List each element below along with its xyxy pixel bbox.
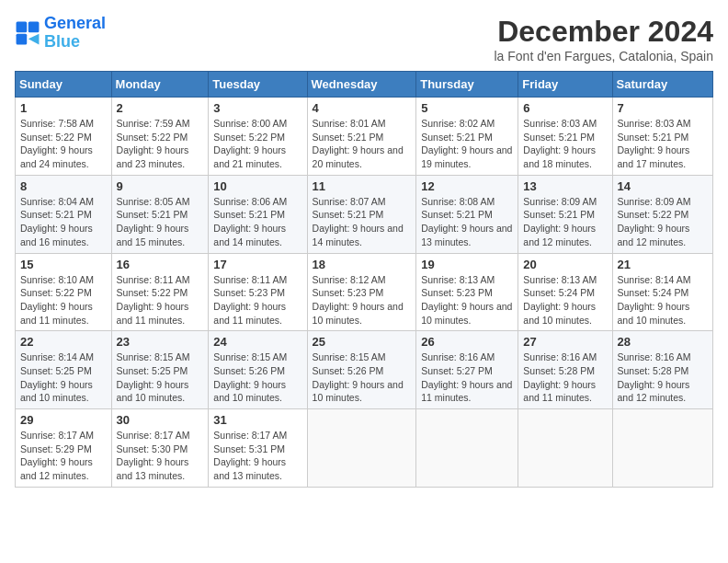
calendar-cell: 2Sunrise: 7:59 AM Sunset: 5:22 PM Daylig… — [111, 98, 209, 176]
day-detail: Sunrise: 8:06 AM Sunset: 5:21 PM Dayligh… — [213, 195, 301, 249]
day-detail: Sunrise: 8:17 AM Sunset: 5:31 PM Dayligh… — [213, 429, 301, 483]
calendar-cell: 23Sunrise: 8:15 AM Sunset: 5:25 PM Dayli… — [111, 331, 209, 409]
calendar-cell: 22Sunrise: 8:14 AM Sunset: 5:25 PM Dayli… — [16, 331, 112, 409]
svg-marker-3 — [28, 34, 40, 45]
day-detail: Sunrise: 8:00 AM Sunset: 5:22 PM Dayligh… — [213, 117, 301, 171]
day-detail: Sunrise: 8:13 AM Sunset: 5:23 PM Dayligh… — [421, 273, 513, 327]
day-detail: Sunrise: 8:15 AM Sunset: 5:25 PM Dayligh… — [117, 350, 204, 405]
column-header-wednesday: Wednesday — [307, 72, 416, 98]
calendar-week-row: 1Sunrise: 7:58 AM Sunset: 5:22 PM Daylig… — [16, 98, 713, 176]
day-number: 21 — [618, 258, 708, 271]
day-number: 14 — [618, 179, 708, 193]
calendar-week-row: 15Sunrise: 8:10 AM Sunset: 5:22 PM Dayli… — [16, 253, 713, 331]
column-header-tuesday: Tuesday — [209, 72, 307, 98]
calendar-cell: 1Sunrise: 7:58 AM Sunset: 5:22 PM Daylig… — [16, 98, 112, 176]
calendar-cell — [416, 409, 518, 488]
day-detail: Sunrise: 8:05 AM Sunset: 5:21 PM Dayligh… — [117, 195, 204, 249]
day-number: 13 — [523, 179, 607, 193]
calendar-table: SundayMondayTuesdayWednesdayThursdayFrid… — [15, 71, 713, 488]
title-block: December 2024 la Font d'en Fargues, Cata… — [495, 15, 714, 63]
day-detail: Sunrise: 8:16 AM Sunset: 5:28 PM Dayligh… — [618, 350, 708, 405]
calendar-cell: 17Sunrise: 8:11 AM Sunset: 5:23 PM Dayli… — [209, 253, 307, 331]
day-number: 17 — [213, 258, 301, 271]
day-number: 2 — [117, 101, 204, 115]
calendar-cell: 28Sunrise: 8:16 AM Sunset: 5:28 PM Dayli… — [612, 331, 712, 409]
day-number: 7 — [618, 101, 708, 115]
day-detail: Sunrise: 8:17 AM Sunset: 5:30 PM Dayligh… — [117, 429, 204, 483]
calendar-cell: 7Sunrise: 8:03 AM Sunset: 5:21 PM Daylig… — [612, 98, 712, 176]
day-number: 27 — [523, 335, 607, 349]
column-header-monday: Monday — [111, 72, 209, 98]
calendar-cell: 6Sunrise: 8:03 AM Sunset: 5:21 PM Daylig… — [518, 98, 612, 176]
logo: GeneralBlue — [15, 15, 106, 52]
calendar-cell: 8Sunrise: 8:04 AM Sunset: 5:21 PM Daylig… — [16, 175, 112, 253]
calendar-cell: 20Sunrise: 8:13 AM Sunset: 5:24 PM Dayli… — [518, 253, 612, 331]
calendar-cell: 9Sunrise: 8:05 AM Sunset: 5:21 PM Daylig… — [111, 175, 209, 253]
day-number: 30 — [117, 413, 204, 427]
day-detail: Sunrise: 8:07 AM Sunset: 5:21 PM Dayligh… — [313, 195, 412, 249]
day-number: 16 — [117, 258, 204, 271]
column-header-friday: Friday — [518, 72, 612, 98]
calendar-cell: 5Sunrise: 8:02 AM Sunset: 5:21 PM Daylig… — [416, 98, 518, 176]
calendar-week-row: 22Sunrise: 8:14 AM Sunset: 5:25 PM Dayli… — [16, 331, 713, 409]
day-number: 5 — [421, 101, 513, 115]
calendar-cell: 27Sunrise: 8:16 AM Sunset: 5:28 PM Dayli… — [518, 331, 612, 409]
day-number: 11 — [313, 179, 412, 193]
day-detail: Sunrise: 8:09 AM Sunset: 5:21 PM Dayligh… — [523, 195, 607, 249]
day-number: 23 — [117, 335, 204, 349]
calendar-cell: 30Sunrise: 8:17 AM Sunset: 5:30 PM Dayli… — [111, 409, 209, 488]
day-number: 15 — [20, 258, 107, 271]
calendar-cell: 25Sunrise: 8:15 AM Sunset: 5:26 PM Dayli… — [307, 331, 416, 409]
logo-icon — [15, 20, 40, 46]
day-detail: Sunrise: 8:12 AM Sunset: 5:23 PM Dayligh… — [313, 273, 412, 327]
calendar-cell: 26Sunrise: 8:16 AM Sunset: 5:27 PM Dayli… — [416, 331, 518, 409]
calendar-cell: 10Sunrise: 8:06 AM Sunset: 5:21 PM Dayli… — [209, 175, 307, 253]
column-header-sunday: Sunday — [16, 72, 112, 98]
calendar-cell: 19Sunrise: 8:13 AM Sunset: 5:23 PM Dayli… — [416, 253, 518, 331]
day-number: 31 — [213, 413, 301, 427]
day-detail: Sunrise: 8:01 AM Sunset: 5:21 PM Dayligh… — [313, 117, 412, 171]
calendar-week-row: 8Sunrise: 8:04 AM Sunset: 5:21 PM Daylig… — [16, 175, 713, 253]
day-number: 20 — [523, 258, 607, 271]
day-detail: Sunrise: 8:16 AM Sunset: 5:27 PM Dayligh… — [421, 350, 513, 405]
day-detail: Sunrise: 8:03 AM Sunset: 5:21 PM Dayligh… — [523, 117, 607, 171]
location-title: la Font d'en Fargues, Catalonia, Spain — [495, 49, 714, 63]
day-detail: Sunrise: 8:11 AM Sunset: 5:22 PM Dayligh… — [117, 273, 204, 327]
day-number: 1 — [20, 101, 107, 115]
day-detail: Sunrise: 8:13 AM Sunset: 5:24 PM Dayligh… — [523, 273, 607, 327]
day-number: 19 — [421, 258, 513, 271]
calendar-cell — [612, 409, 712, 488]
svg-rect-0 — [17, 21, 28, 32]
calendar-cell: 21Sunrise: 8:14 AM Sunset: 5:24 PM Dayli… — [612, 253, 712, 331]
calendar-cell: 12Sunrise: 8:08 AM Sunset: 5:21 PM Dayli… — [416, 175, 518, 253]
calendar-cell: 24Sunrise: 8:15 AM Sunset: 5:26 PM Dayli… — [209, 331, 307, 409]
calendar-cell: 31Sunrise: 8:17 AM Sunset: 5:31 PM Dayli… — [209, 409, 307, 488]
day-number: 12 — [421, 179, 513, 193]
calendar-cell: 14Sunrise: 8:09 AM Sunset: 5:22 PM Dayli… — [612, 175, 712, 253]
calendar-cell — [518, 409, 612, 488]
svg-rect-2 — [17, 34, 28, 45]
month-title: December 2024 — [495, 15, 714, 49]
day-detail: Sunrise: 8:09 AM Sunset: 5:22 PM Dayligh… — [618, 195, 708, 249]
day-number: 4 — [313, 101, 412, 115]
day-detail: Sunrise: 8:08 AM Sunset: 5:21 PM Dayligh… — [421, 195, 513, 249]
calendar-cell: 15Sunrise: 8:10 AM Sunset: 5:22 PM Dayli… — [16, 253, 112, 331]
day-detail: Sunrise: 8:15 AM Sunset: 5:26 PM Dayligh… — [313, 350, 412, 405]
day-number: 22 — [20, 335, 107, 349]
day-detail: Sunrise: 7:58 AM Sunset: 5:22 PM Dayligh… — [20, 117, 107, 171]
day-number: 10 — [213, 179, 301, 193]
calendar-cell: 29Sunrise: 8:17 AM Sunset: 5:29 PM Dayli… — [16, 409, 112, 488]
day-number: 29 — [20, 413, 107, 427]
calendar-cell: 11Sunrise: 8:07 AM Sunset: 5:21 PM Dayli… — [307, 175, 416, 253]
day-number: 26 — [421, 335, 513, 349]
day-detail: Sunrise: 8:11 AM Sunset: 5:23 PM Dayligh… — [213, 273, 301, 327]
day-detail: Sunrise: 7:59 AM Sunset: 5:22 PM Dayligh… — [117, 117, 204, 171]
day-number: 6 — [523, 101, 607, 115]
calendar-cell — [307, 409, 416, 488]
day-number: 18 — [313, 258, 412, 271]
day-number: 8 — [20, 179, 107, 193]
calendar-cell: 18Sunrise: 8:12 AM Sunset: 5:23 PM Dayli… — [307, 253, 416, 331]
column-header-thursday: Thursday — [416, 72, 518, 98]
day-detail: Sunrise: 8:10 AM Sunset: 5:22 PM Dayligh… — [20, 273, 107, 327]
day-detail: Sunrise: 8:04 AM Sunset: 5:21 PM Dayligh… — [20, 195, 107, 249]
